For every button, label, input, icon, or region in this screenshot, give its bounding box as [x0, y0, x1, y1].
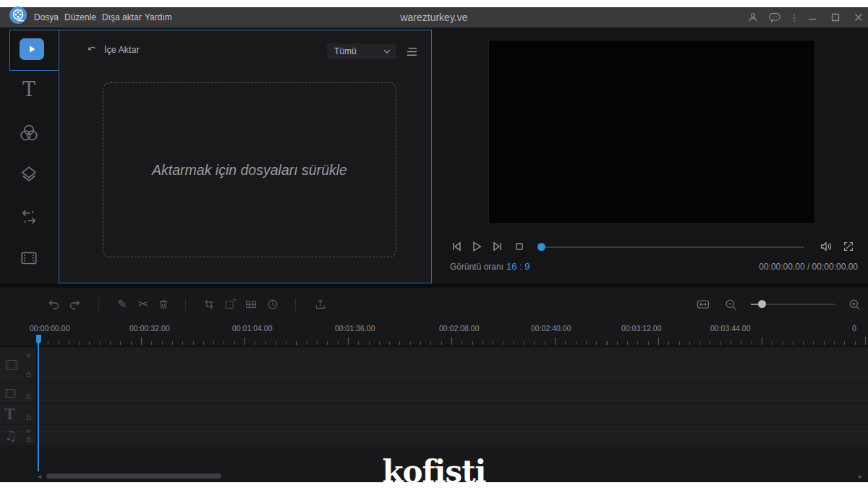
- tab-text[interactable]: T: [13, 74, 45, 103]
- redo-button[interactable]: [67, 296, 83, 312]
- track-text-header: T: [0, 404, 38, 424]
- track-pip[interactable]: [0, 383, 868, 403]
- import-header: İçe Aktar Tümü: [59, 30, 431, 70]
- mute-track-icon[interactable]: [25, 352, 33, 359]
- tab-media[interactable]: [20, 38, 44, 60]
- play-media-icon: [27, 44, 37, 54]
- lock-track-icon[interactable]: [25, 370, 33, 377]
- previous-frame-button[interactable]: [448, 239, 464, 254]
- media-dropzone[interactable]: Aktarmak için dosyaları sürükle: [103, 82, 396, 257]
- ruler-label: 00:00:32.00: [129, 324, 169, 333]
- site-watermark: kofisti: [0, 454, 868, 488]
- zoom-out-button[interactable]: [723, 296, 739, 312]
- timeline-section: ✎ ✂: [0, 288, 868, 482]
- import-icon[interactable]: [85, 45, 98, 56]
- elements-icon: [18, 247, 40, 269]
- duration-button[interactable]: [265, 296, 281, 312]
- ruler-label: 00:03:12.00: [621, 324, 661, 333]
- track-audio[interactable]: ♫: [0, 425, 868, 445]
- zoom-region-button[interactable]: [222, 296, 238, 312]
- close-button[interactable]: [851, 10, 867, 25]
- track-audio-lane[interactable]: [38, 425, 868, 445]
- export-clip-button[interactable]: [312, 296, 328, 312]
- lock-track-icon[interactable]: [25, 414, 33, 421]
- notification-badge: [778, 9, 783, 14]
- titlebar: Dosya Düzenle Dışa aktar Yardım wareztur…: [0, 7, 868, 27]
- delete-button[interactable]: [156, 296, 171, 312]
- video-preview: [488, 40, 815, 224]
- timeline-zoom-handle[interactable]: [758, 300, 766, 308]
- seek-handle[interactable]: [537, 243, 545, 251]
- ruler-label: 0: [852, 324, 856, 333]
- ruler-label: 00:03:44.00: [710, 324, 750, 333]
- undo-button[interactable]: [46, 296, 61, 312]
- account-icon[interactable]: [745, 10, 761, 25]
- window-title: warezturkey.ve: [0, 7, 868, 27]
- import-label[interactable]: İçe Aktar: [104, 45, 140, 55]
- toolbar-divider: [98, 298, 99, 311]
- fullscreen-icon[interactable]: [841, 239, 856, 254]
- ruler-ticks: [38, 336, 868, 345]
- tab-filters[interactable]: [13, 119, 45, 147]
- mute-track-icon[interactable]: [25, 427, 33, 435]
- stop-button[interactable]: [511, 239, 527, 254]
- aspect-ratio-label: Görüntü oranı: [450, 262, 503, 275]
- mosaic-button[interactable]: [243, 296, 259, 312]
- ruler-label: 00:01:04.00: [232, 324, 272, 333]
- transitions-icon: [18, 206, 40, 228]
- list-view-icon[interactable]: [406, 46, 418, 57]
- upper-workspace: T: [0, 27, 868, 283]
- ruler-label: 00:02:08.00: [439, 324, 479, 333]
- split-button[interactable]: ✂: [135, 296, 151, 312]
- media-library-panel: İçe Aktar Tümü Aktarmak için dosyaları s…: [59, 30, 432, 283]
- media-filter-dropdown[interactable]: Tümü: [327, 43, 396, 59]
- track-pip-lane[interactable]: [38, 383, 868, 403]
- track-audio-header: ♫: [0, 425, 38, 445]
- minimize-button[interactable]: [804, 10, 820, 25]
- play-button[interactable]: [469, 239, 485, 254]
- ruler-label: 00:01:36.00: [335, 324, 375, 333]
- tab-overlays[interactable]: [13, 160, 45, 189]
- timeline-ruler[interactable]: 00:00:00.00 00:00:32.00 00:01:04.00 00:0…: [0, 322, 868, 346]
- next-frame-button[interactable]: [490, 239, 506, 254]
- lock-track-icon[interactable]: [25, 393, 33, 400]
- playhead-line: [38, 335, 39, 471]
- toolbar-divider: [295, 298, 296, 311]
- aspect-ratio-value[interactable]: 16 : 9: [506, 261, 530, 272]
- tab-transitions[interactable]: [13, 202, 45, 231]
- track-video-lane[interactable]: [38, 348, 868, 382]
- app-logo-icon: [9, 6, 27, 25]
- track-video-header: [0, 348, 38, 382]
- volume-icon[interactable]: [818, 239, 834, 254]
- zoom-in-button[interactable]: [846, 296, 862, 312]
- preview-timecode: 00:00:00.00 / 00:00:00.00: [759, 262, 858, 272]
- edit-button[interactable]: ✎: [114, 296, 130, 312]
- overlays-icon: [18, 163, 40, 185]
- filters-icon: [18, 122, 40, 144]
- crop-button[interactable]: [201, 296, 217, 312]
- ruler-label: 00:02:40.00: [531, 324, 571, 333]
- pip-track-icon: [4, 388, 17, 398]
- track-text-lane[interactable]: [38, 404, 868, 424]
- seek-bar[interactable]: [537, 247, 804, 248]
- ruler-label: 00:00:00.00: [30, 324, 69, 333]
- track-text[interactable]: T: [0, 404, 868, 424]
- more-options-icon[interactable]: ⋮: [786, 10, 802, 25]
- fit-timeline-button[interactable]: [695, 296, 711, 312]
- toolbar-divider: [185, 298, 186, 311]
- track-video[interactable]: [0, 348, 868, 382]
- media-filter-value: Tümü: [327, 46, 383, 56]
- video-track-icon: [4, 359, 19, 371]
- dropzone-hint-text: Aktarmak için dosyaları sürükle: [152, 162, 347, 179]
- video-editor-window: Dosya Düzenle Dışa aktar Yardım wareztur…: [0, 0, 868, 488]
- feedback-chat-icon[interactable]: [767, 10, 783, 25]
- chevron-down-icon: [383, 49, 391, 54]
- maximize-button[interactable]: [827, 10, 843, 25]
- text-track-icon: T: [4, 406, 15, 423]
- lock-track-icon[interactable]: [25, 435, 33, 442]
- track-pip-header: [0, 383, 38, 403]
- track-list: T ♫: [0, 348, 868, 446]
- tab-elements[interactable]: [13, 244, 45, 273]
- audio-track-icon: ♫: [4, 427, 17, 443]
